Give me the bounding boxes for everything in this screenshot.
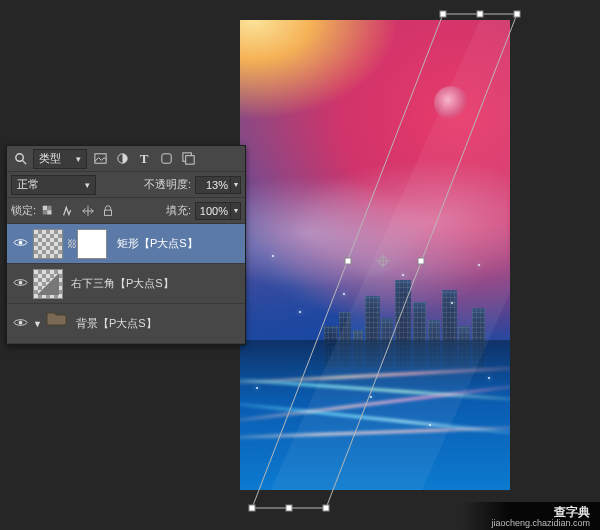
visibility-toggle[interactable] bbox=[7, 275, 33, 292]
svg-rect-4 bbox=[249, 505, 255, 511]
fill-label: 填充: bbox=[166, 203, 191, 218]
adjustment-filter-icon[interactable] bbox=[113, 150, 131, 168]
layer-name[interactable]: 右下三角【P大点S】 bbox=[67, 276, 245, 291]
shape-filter-icon[interactable] bbox=[157, 150, 175, 168]
svg-point-12 bbox=[15, 154, 23, 162]
chevron-down-icon[interactable]: ▾ bbox=[230, 203, 240, 219]
opacity-label: 不透明度: bbox=[144, 177, 191, 192]
svg-line-13 bbox=[22, 160, 26, 164]
chevron-down-icon: ▾ bbox=[85, 180, 90, 190]
layer-list: ⛓ 矩形【P大点S】 右下三角【P大点S】 ▼ 背景【P大点S】 bbox=[7, 224, 245, 344]
fill-input[interactable]: ▾ bbox=[195, 202, 241, 220]
search-icon bbox=[11, 150, 29, 168]
layer-name[interactable]: 矩形【P大点S】 bbox=[113, 236, 245, 251]
opacity-input[interactable]: ▾ bbox=[195, 176, 241, 194]
svg-rect-2 bbox=[514, 11, 520, 17]
lock-label: 锁定: bbox=[11, 203, 36, 218]
lock-transparency-icon[interactable] bbox=[40, 203, 56, 219]
chevron-down-icon: ▾ bbox=[76, 154, 81, 164]
chevron-down-icon[interactable]: ▾ bbox=[230, 177, 240, 193]
svg-point-25 bbox=[18, 281, 22, 285]
lock-fill-row: 锁定: 填充: ▾ bbox=[7, 198, 245, 224]
watermark-url: jiaocheng.chazidian.com bbox=[491, 519, 590, 529]
smartobject-filter-icon[interactable] bbox=[179, 150, 197, 168]
svg-rect-16 bbox=[161, 154, 170, 163]
watermark: 查字典 jiaocheng.chazidian.com bbox=[461, 502, 600, 530]
layer-row[interactable]: ▼ 背景【P大点S】 bbox=[7, 304, 245, 344]
svg-rect-1 bbox=[440, 11, 446, 17]
filter-kind-label: 类型 bbox=[39, 151, 61, 166]
layers-panel: 类型 ▾ T 正常 ▾ 不透明度: ▾ 锁定: 填充: ▾ bbox=[6, 145, 246, 345]
layer-thumbnail[interactable] bbox=[33, 269, 63, 299]
fill-value[interactable] bbox=[196, 205, 230, 217]
svg-rect-18 bbox=[185, 156, 193, 164]
lock-pixels-icon[interactable] bbox=[60, 203, 76, 219]
image-filter-icon[interactable] bbox=[91, 150, 109, 168]
layer-name[interactable]: 背景【P大点S】 bbox=[72, 316, 245, 331]
layer-thumbnail[interactable] bbox=[33, 229, 63, 259]
blend-mode-label: 正常 bbox=[17, 177, 39, 192]
opacity-value[interactable] bbox=[196, 179, 230, 191]
visibility-toggle[interactable] bbox=[7, 315, 33, 332]
blend-opacity-row: 正常 ▾ 不透明度: ▾ bbox=[7, 172, 245, 198]
svg-rect-23 bbox=[105, 210, 112, 215]
svg-rect-5 bbox=[477, 11, 483, 17]
eye-icon bbox=[13, 275, 28, 292]
layer-row[interactable]: 右下三角【P大点S】 bbox=[7, 264, 245, 304]
svg-rect-14 bbox=[94, 154, 105, 163]
svg-rect-19 bbox=[43, 205, 47, 209]
svg-rect-6 bbox=[286, 505, 292, 511]
folder-icon bbox=[46, 309, 68, 339]
mask-link-icon[interactable]: ⛓ bbox=[67, 238, 77, 249]
lock-all-icon[interactable] bbox=[100, 203, 116, 219]
layers-filter-bar: 类型 ▾ T bbox=[7, 146, 245, 172]
svg-rect-22 bbox=[43, 210, 47, 214]
eye-icon bbox=[13, 235, 28, 252]
group-disclosure-icon[interactable]: ▼ bbox=[33, 319, 42, 329]
type-filter-icon[interactable]: T bbox=[135, 150, 153, 168]
document-artwork bbox=[240, 20, 510, 490]
svg-rect-3 bbox=[323, 505, 329, 511]
filter-kind-select[interactable]: 类型 ▾ bbox=[33, 149, 87, 169]
eye-icon bbox=[13, 315, 28, 332]
svg-rect-20 bbox=[47, 210, 51, 214]
layer-mask-thumbnail[interactable] bbox=[77, 229, 107, 259]
svg-point-24 bbox=[18, 241, 22, 245]
svg-point-26 bbox=[18, 321, 22, 325]
svg-rect-21 bbox=[47, 205, 51, 209]
lock-position-icon[interactable] bbox=[80, 203, 96, 219]
visibility-toggle[interactable] bbox=[7, 235, 33, 252]
layer-row[interactable]: ⛓ 矩形【P大点S】 bbox=[7, 224, 245, 264]
blend-mode-select[interactable]: 正常 ▾ bbox=[11, 175, 96, 195]
